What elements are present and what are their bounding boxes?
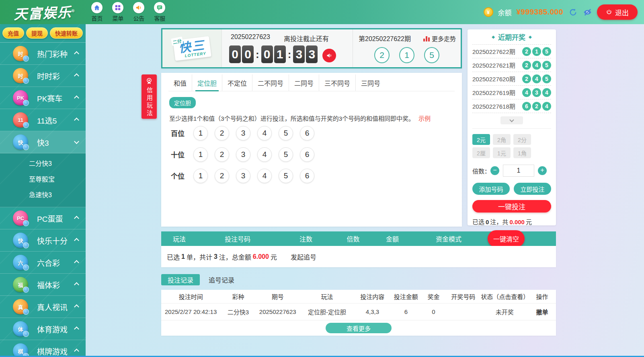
lottery-ball-icon: 11 — [13, 112, 28, 128]
tab-erbutonghao[interactable]: 二不同号 — [252, 74, 289, 91]
cart-col-header: 投注号码 — [197, 234, 278, 244]
sidebar-item-kuaile10[interactable]: 快 快乐十分 — [0, 229, 86, 252]
col-header: 彩种 — [220, 292, 256, 301]
num-button[interactable]: 2 — [215, 169, 229, 183]
sidebar-item-label: 福体彩 — [37, 279, 75, 290]
multiplier-plus-button[interactable]: + — [538, 166, 547, 175]
expand-draws-button[interactable] — [500, 116, 523, 124]
num-button[interactable]: 5 — [279, 147, 293, 162]
num-button[interactable]: 3 — [236, 126, 250, 140]
cart-col-header: 玩法 — [161, 234, 197, 244]
amount-2fen[interactable]: 2分 — [513, 134, 531, 145]
example-link[interactable]: 示例 — [418, 115, 431, 122]
amount-1yuan[interactable]: 1元 — [493, 147, 511, 158]
nav-service[interactable]: 客服 — [154, 2, 165, 22]
sidebar-item-board-games[interactable]: 棋 棋牌游戏 — [0, 340, 86, 357]
num-button[interactable]: 3 — [236, 169, 250, 183]
tab-ertonghao[interactable]: 二同号 — [289, 74, 319, 91]
colon: : — [256, 48, 259, 61]
sidebar-item-pk[interactable]: PK PK赛车 — [0, 87, 86, 109]
col-header: 投注金额 — [390, 292, 422, 301]
eye-off-icon[interactable] — [582, 7, 592, 17]
num-button[interactable]: 1 — [193, 126, 208, 140]
withdraw-button[interactable]: 提现 — [26, 27, 48, 39]
view-more-button[interactable]: 查看更多 — [326, 323, 392, 333]
sidebar-item-liuhecai[interactable]: 六 六合彩 — [0, 252, 86, 274]
num-button[interactable]: 3 — [236, 147, 250, 162]
nav-home[interactable]: 首页 — [91, 2, 103, 22]
multiplier-minus-button[interactable]: − — [490, 166, 499, 175]
num-button[interactable]: 2 — [215, 147, 229, 162]
sidebar-item-kuai3[interactable]: 快 快3 — [0, 131, 86, 153]
countdown-digit: 0 — [261, 45, 273, 63]
draw-ball: 5 — [542, 47, 551, 56]
cancel-order-link[interactable]: 撤单 — [528, 307, 556, 316]
sidebar-item-11x5[interactable]: 11 11选5 — [0, 109, 86, 131]
tab-chase-records[interactable]: 追号记录 — [209, 275, 234, 285]
num-button[interactable]: 1 — [193, 147, 208, 162]
multiplier-input[interactable] — [503, 165, 534, 177]
cell-status[interactable]: 未开奖 — [481, 307, 528, 316]
credit-play-ribbon[interactable]: 信用玩法 — [142, 74, 157, 119]
num-button[interactable]: 4 — [257, 169, 272, 183]
amount-2jiao[interactable]: 2角 — [493, 134, 511, 145]
colon: : — [288, 48, 291, 61]
add-number-button[interactable]: 添加号码 — [472, 183, 510, 195]
one-key-bet-button[interactable]: 一键投注 — [472, 200, 551, 213]
sound-toggle-icon[interactable] — [322, 49, 336, 62]
chevron-up-icon — [74, 118, 79, 123]
sidebar-item-live[interactable]: 真 真人视讯 — [0, 296, 86, 318]
sidebar-item-hot[interactable]: 时 热门彩种 — [0, 43, 86, 65]
sidebar-item-label: 棋牌游戏 — [37, 346, 75, 357]
play-tabs: 和值 定位胆 不定位 二不同号 二同号 三不同号 三同号 — [168, 74, 455, 91]
bet-now-button[interactable]: 立即投注 — [514, 183, 551, 195]
num-button[interactable]: 4 — [257, 147, 272, 162]
tab-hezhi[interactable]: 和值 — [168, 74, 192, 91]
col-header: 投注时间 — [161, 292, 220, 301]
num-button[interactable]: 5 — [279, 126, 293, 140]
tab-sanbutonghao[interactable]: 三不同号 — [319, 74, 356, 91]
game-header: 二分 快三 LOTTERY 20250227623 离投注截止还有 0 0 : … — [161, 28, 462, 68]
num-button[interactable]: 6 — [300, 126, 314, 140]
sidebar-item-sports[interactable]: 体 体育游戏 — [0, 318, 86, 340]
nav-menu[interactable]: 菜单 — [112, 2, 123, 22]
amount-2yuan[interactable]: 2元 — [472, 134, 490, 145]
tab-dingweidan[interactable]: 定位胆 — [192, 74, 222, 91]
refresh-icon[interactable] — [568, 7, 578, 17]
clear-all-button[interactable]: 一键清空 — [488, 230, 525, 247]
sidebar-item-pcdandan[interactable]: PC PC蛋蛋 — [0, 207, 86, 229]
num-button[interactable]: 2 — [215, 126, 229, 140]
amount-2li[interactable]: 2厘 — [472, 147, 490, 158]
sidebar-item-futicai[interactable]: 福 福体彩 — [0, 274, 86, 296]
col-header: 期号 — [256, 292, 299, 301]
home-icon — [91, 2, 103, 13]
previous-numbers: 2 1 5 — [359, 47, 455, 63]
quick-actions: 充值 提现 快速转账 — [0, 24, 86, 43]
start-chase-link[interactable]: 发起追号 — [291, 252, 316, 262]
submenu-item-erfenkuai3[interactable]: 二分快3 — [0, 156, 86, 171]
tab-santonghao[interactable]: 三同号 — [356, 74, 386, 91]
num-button[interactable]: 6 — [300, 147, 314, 162]
amount-1jiao[interactable]: 1角 — [513, 147, 531, 158]
amount-options: 2元 2角 2分 2厘 1元 1角 — [472, 129, 551, 158]
lottery-ball-icon: 棋 — [13, 343, 28, 357]
tab-bet-records[interactable]: 投注记录 — [161, 274, 200, 285]
sidebar-item-ssc[interactable]: 时 时时彩 — [0, 65, 86, 87]
num-button[interactable]: 4 — [257, 126, 272, 140]
nav-label: 公告 — [133, 14, 144, 22]
quick-transfer-button[interactable]: 快速转账 — [50, 27, 83, 39]
deposit-button[interactable]: 充值 — [2, 27, 24, 39]
submenu-item-jisukuai3[interactable]: 急速快3 — [0, 187, 86, 203]
top-bar: 天富娱乐® 首页 菜单 公告 — [0, 0, 644, 24]
num-button[interactable]: 5 — [279, 169, 293, 183]
cart-col-header: 资金模式 — [412, 234, 485, 244]
tab-budingwei[interactable]: 不定位 — [222, 74, 252, 91]
more-trend-link[interactable]: 更多走势 — [423, 34, 456, 43]
logout-button[interactable]: 退出 — [597, 4, 638, 20]
num-button[interactable]: 1 — [193, 169, 208, 183]
num-button[interactable]: 6 — [300, 169, 314, 183]
nav-announcement[interactable]: 公告 — [133, 2, 144, 22]
submenu-item-zhizunshaibao[interactable]: 至尊骰宝 — [0, 171, 86, 187]
lottery-ball-icon: 时 — [13, 46, 28, 61]
sidebar-item-label: 11选5 — [37, 115, 75, 126]
